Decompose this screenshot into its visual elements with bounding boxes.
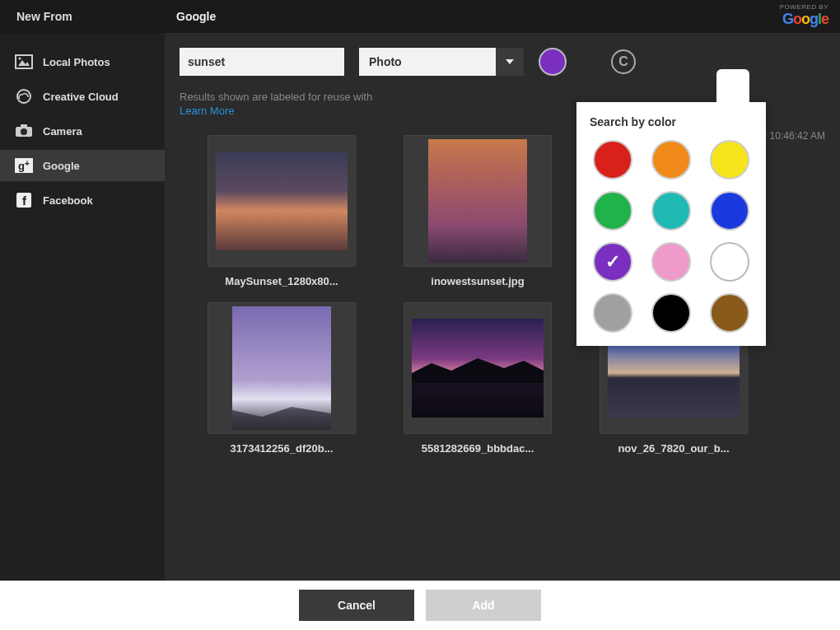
svg-point-6 xyxy=(21,128,27,135)
color-swatch-orange[interactable] xyxy=(651,140,691,180)
topbar: New From Google POWERED BY Google xyxy=(0,0,840,33)
license-filter-button[interactable]: C xyxy=(611,49,636,74)
sidebar-item-label: Google xyxy=(43,160,80,172)
result-filename: 5581282669_bbbdac... xyxy=(422,442,534,455)
svg-point-2 xyxy=(19,58,21,60)
color-swatch-black[interactable] xyxy=(651,293,691,333)
creative-cloud-icon xyxy=(15,89,33,104)
powered-by-label: POWERED BY xyxy=(780,3,828,11)
color-swatch-grid xyxy=(590,140,753,333)
thumbnail-image xyxy=(412,319,544,418)
color-swatch-gray[interactable] xyxy=(593,293,632,333)
google-logo-icon: Google xyxy=(780,11,828,28)
type-select[interactable]: Photo xyxy=(359,48,524,76)
color-swatch-purple[interactable] xyxy=(593,242,632,282)
result-filename: nov_26_7820_our_b... xyxy=(618,442,729,455)
sidebar-item-label: Creative Cloud xyxy=(43,91,119,103)
type-select-caret xyxy=(496,48,524,76)
svg-text:g: g xyxy=(18,160,25,172)
powered-by-google: POWERED BY Google xyxy=(780,3,828,28)
add-button[interactable]: Add xyxy=(426,590,541,621)
sidebar-item-label: Local Photos xyxy=(43,56,110,68)
color-swatch-green[interactable] xyxy=(593,191,632,231)
chevron-down-icon xyxy=(506,59,514,64)
color-swatch-yellow[interactable] xyxy=(710,140,749,180)
color-popover: Search by color xyxy=(576,102,766,346)
sidebar-item-local-photos[interactable]: Local Photos xyxy=(0,46,165,77)
sidebar-item-label: Facebook xyxy=(43,194,93,207)
facebook-icon: f xyxy=(15,193,33,208)
result-item[interactable]: inowestsunset.jpg xyxy=(387,135,568,287)
svg-text:+: + xyxy=(25,159,30,168)
cancel-button[interactable]: Cancel xyxy=(299,590,414,621)
topbar-new-from-label: New From xyxy=(0,10,165,23)
camera-icon xyxy=(15,124,33,138)
svg-marker-1 xyxy=(18,60,30,66)
image-icon xyxy=(15,54,33,69)
topbar-source-title: Google xyxy=(165,10,216,23)
result-item[interactable]: 5581282669_bbbdac... xyxy=(387,302,568,455)
svg-rect-5 xyxy=(21,124,27,128)
sidebar-item-label: Camera xyxy=(43,125,82,138)
color-swatch-teal[interactable] xyxy=(651,191,691,231)
sidebar: Local Photos Creative Cloud Camera g+ Go… xyxy=(0,33,165,581)
type-select-label: Photo xyxy=(359,55,496,68)
sidebar-item-google[interactable]: g+ Google xyxy=(0,150,165,181)
result-item[interactable]: 3173412256_df20b... xyxy=(191,302,372,455)
color-filter-button[interactable] xyxy=(539,48,567,76)
result-item[interactable]: MaySunset_1280x80... xyxy=(191,135,372,287)
result-filename: MaySunset_1280x80... xyxy=(225,275,338,287)
svg-rect-0 xyxy=(16,55,32,68)
thumbnail-image xyxy=(216,152,348,250)
sidebar-item-camera[interactable]: Camera xyxy=(0,115,165,147)
color-swatch-white[interactable] xyxy=(710,242,749,282)
color-swatch-brown[interactable] xyxy=(710,293,749,333)
result-filename: 3173412256_df20b... xyxy=(230,442,333,455)
color-popover-title: Search by color xyxy=(590,115,753,128)
thumbnail-image xyxy=(232,306,331,430)
result-filename: inowestsunset.jpg xyxy=(431,275,524,287)
thumbnail-image xyxy=(428,139,527,263)
main-panel: Photo C Results shown are labeled for re… xyxy=(165,33,840,581)
search-input[interactable] xyxy=(180,48,344,76)
sidebar-item-creative-cloud[interactable]: Creative Cloud xyxy=(0,81,165,112)
bottom-bar: Cancel Add xyxy=(0,581,840,630)
color-swatch-pink[interactable] xyxy=(651,242,691,282)
sidebar-item-facebook[interactable]: f Facebook xyxy=(0,184,165,216)
color-swatch-red[interactable] xyxy=(593,140,632,180)
color-swatch-blue[interactable] xyxy=(710,191,749,231)
google-plus-icon: g+ xyxy=(15,158,33,173)
